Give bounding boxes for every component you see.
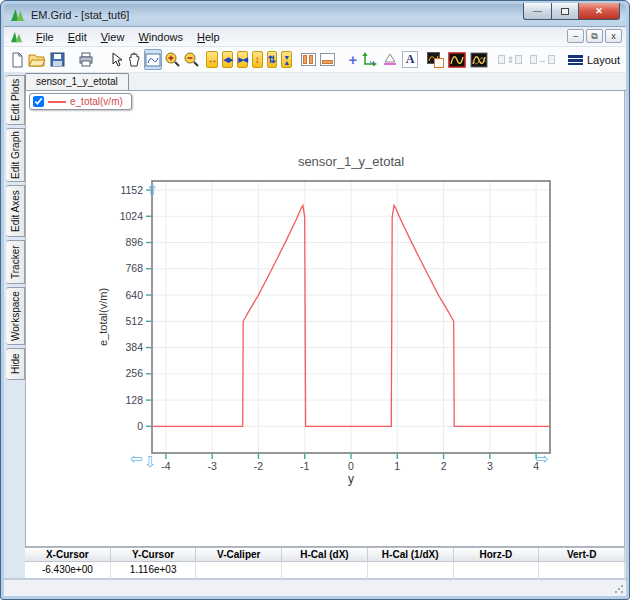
y-axis-label: e_total(v/m) bbox=[97, 288, 109, 346]
status-col-header: V-Caliper bbox=[196, 548, 282, 561]
y-tick-label: 896 bbox=[125, 236, 143, 248]
chart-title: sensor_1_y_etotal bbox=[298, 154, 404, 169]
axes-icon bbox=[362, 52, 378, 67]
zoom-region-tool-button[interactable] bbox=[144, 49, 162, 70]
status-value-cell bbox=[196, 562, 282, 579]
text-annotation-button[interactable]: A bbox=[401, 49, 420, 70]
layout-button[interactable]: Layout bbox=[568, 54, 620, 66]
y-tick-label: 1024 bbox=[120, 210, 144, 222]
axes-tool-button[interactable] bbox=[361, 49, 379, 70]
crosshair-tool-button[interactable]: + bbox=[347, 49, 359, 70]
y-tick-label: 768 bbox=[125, 262, 143, 274]
layout-icon bbox=[568, 55, 583, 65]
print-button[interactable] bbox=[77, 49, 95, 70]
maximize-button[interactable] bbox=[551, 3, 578, 20]
x-axis-label: y bbox=[348, 472, 354, 486]
sidebar-tab-edit-plots[interactable]: Edit Plots bbox=[6, 75, 25, 125]
pan-up-arrow-icon: ⇧ bbox=[146, 181, 159, 198]
x-expand-icon: ↔ bbox=[207, 54, 217, 65]
status-col-header: H-Cal (dX) bbox=[282, 548, 368, 561]
menu-windows[interactable]: Windows bbox=[131, 29, 190, 45]
sidebar-tab-tracker[interactable]: Tracker bbox=[6, 240, 25, 284]
status-value-cell: -6.430e+00 bbox=[25, 562, 111, 579]
status-col-header: Horz-D bbox=[454, 548, 540, 561]
text-tool-icon: A bbox=[402, 51, 419, 68]
save-button[interactable] bbox=[49, 49, 66, 70]
split-vertical-icon bbox=[301, 53, 316, 66]
status-value-cell bbox=[368, 562, 454, 579]
app-logo-icon bbox=[10, 8, 25, 22]
zoom-out-button[interactable] bbox=[183, 49, 200, 70]
legend-checkbox[interactable] bbox=[33, 96, 44, 107]
x-compress-icon: ▶◀ bbox=[238, 56, 247, 64]
x-tick-label: -1 bbox=[300, 460, 309, 472]
align-vertical-button[interactable]: ⇕ bbox=[500, 49, 521, 70]
overlay-plot-button[interactable] bbox=[426, 49, 445, 70]
split-horizontal-button[interactable] bbox=[319, 49, 336, 70]
resize-grip-icon[interactable] bbox=[614, 584, 624, 594]
plot-legend: e_total(v/m) bbox=[29, 93, 132, 110]
expand-x-button[interactable]: ↔ bbox=[206, 51, 218, 68]
pan-y-button[interactable]: ⇅ bbox=[267, 51, 278, 68]
open-file-button[interactable] bbox=[27, 49, 47, 70]
minimize-button[interactable]: — bbox=[523, 3, 551, 20]
compress-y-button[interactable]: ▼▲ bbox=[281, 51, 292, 68]
maximize-icon bbox=[561, 8, 569, 15]
menu-view[interactable]: View bbox=[94, 29, 132, 45]
status-value-cell bbox=[539, 562, 625, 579]
status-col-header: X-Cursor bbox=[25, 548, 111, 561]
menu-edit[interactable]: Edit bbox=[61, 29, 94, 45]
toolbar: ↔ ◀▶ ▶◀ ↕ ⇅ ▼▲ + A ⇕ bbox=[4, 47, 626, 73]
mdi-minimize-button[interactable]: – bbox=[567, 29, 584, 43]
mdi-close-button[interactable]: x bbox=[605, 29, 622, 43]
y-tick-label: 128 bbox=[125, 394, 143, 406]
fft-plot-icon bbox=[448, 52, 466, 68]
legend-line-sample bbox=[48, 101, 66, 103]
align-horizontal-button[interactable]: ↔ bbox=[532, 49, 553, 70]
y-tick-label: 384 bbox=[125, 341, 143, 353]
caliper-tool-button[interactable] bbox=[381, 49, 399, 70]
pan-tool-button[interactable] bbox=[126, 49, 142, 70]
y-tick-label: 0 bbox=[137, 420, 143, 432]
save-icon bbox=[50, 52, 65, 67]
sidebar-tab-edit-graph[interactable]: Edit Graph bbox=[6, 128, 25, 182]
document-logo-icon bbox=[10, 31, 23, 43]
x-tick-label: -2 bbox=[254, 460, 263, 472]
pointer-tool-button[interactable] bbox=[110, 49, 124, 70]
legend-label: e_total(v/m) bbox=[70, 96, 123, 107]
y-tick-label: 1152 bbox=[120, 184, 143, 196]
plot-panel: e_total(v/m) -4-3-2-10123401282563845126… bbox=[25, 91, 625, 547]
status-col-header: Y-Cursor bbox=[111, 548, 197, 561]
chart[interactable]: -4-3-2-101234012825638451264076889610241… bbox=[92, 150, 572, 495]
zoom-out-icon bbox=[184, 52, 199, 67]
zoom-in-button[interactable] bbox=[164, 49, 181, 70]
y-expand-icon: ↕ bbox=[255, 54, 260, 65]
compress-x-button[interactable]: ▶◀ bbox=[237, 51, 248, 68]
layout-label: Layout bbox=[587, 54, 620, 66]
zoom-in-icon bbox=[165, 52, 180, 67]
menu-bar: File Edit View Windows Help – ⧉ x bbox=[4, 27, 626, 47]
status-col-header: Vert-D bbox=[539, 548, 625, 561]
print-icon bbox=[78, 52, 94, 67]
sidebar-tab-workspace[interactable]: Workspace bbox=[6, 287, 25, 345]
expand-y-button[interactable]: ↕ bbox=[252, 51, 263, 68]
title-bar[interactable]: EM.Grid - [stat_tut6] — ✕ bbox=[4, 4, 626, 27]
menu-file[interactable]: File bbox=[29, 29, 61, 45]
sidebar-tab-hide[interactable]: Hide bbox=[6, 348, 25, 380]
fft-plot-button[interactable] bbox=[447, 49, 467, 70]
close-button[interactable]: ✕ bbox=[578, 3, 620, 20]
spectrum-plot-button[interactable] bbox=[469, 49, 489, 70]
mdi-restore-button[interactable]: ⧉ bbox=[586, 29, 603, 43]
x-tick-label: -3 bbox=[207, 460, 216, 472]
x-tick-label: 0 bbox=[348, 460, 354, 472]
pan-x-button[interactable]: ◀▶ bbox=[222, 51, 233, 68]
tab-sensor-1-y-etotal[interactable]: sensor_1_y_etotal bbox=[25, 73, 129, 90]
crosshair-icon: + bbox=[349, 52, 358, 67]
sidebar-tab-edit-axes[interactable]: Edit Axes bbox=[6, 185, 25, 237]
new-file-button[interactable] bbox=[10, 49, 25, 70]
cursor-status-table: X-CursorY-CursorV-CaliperH-Cal (dX)H-Cal… bbox=[25, 547, 625, 578]
sidebar: Edit Plots Edit Graph Edit Axes Tracker … bbox=[4, 73, 25, 578]
menu-help[interactable]: Help bbox=[190, 29, 227, 45]
split-vertical-button[interactable] bbox=[300, 49, 317, 70]
x-tick-label: 1 bbox=[394, 460, 400, 472]
